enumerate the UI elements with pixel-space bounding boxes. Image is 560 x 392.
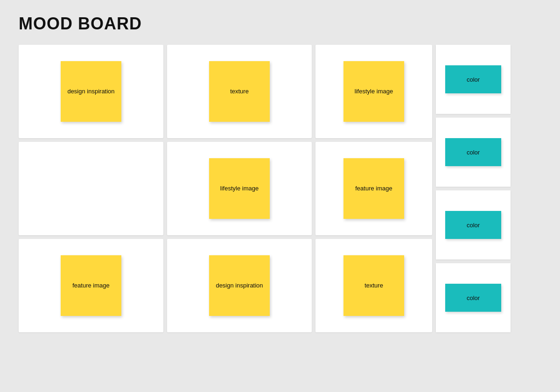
color-swatch-cell-1: color	[436, 45, 511, 114]
sticky-texture-1[interactable]: texture	[209, 61, 270, 122]
page: MOOD BOARD design inspiration texture li…	[0, 0, 560, 346]
sticky-feature-image-1[interactable]: feature image	[343, 158, 404, 219]
cell-r1c2: texture	[167, 45, 312, 138]
color-swatch-cell-2: color	[436, 118, 511, 187]
mood-board: design inspiration texture lifestyle ima…	[19, 45, 541, 332]
sticky-lifestyle-image-1[interactable]: lifestyle image	[343, 61, 404, 122]
color-column: color color color color	[436, 45, 511, 332]
cell-r1c1: design inspiration	[19, 45, 163, 138]
color-swatch-4[interactable]: color	[445, 284, 501, 312]
cell-r3c1: feature image	[19, 239, 163, 332]
sticky-design-inspiration[interactable]: design inspiration	[61, 61, 121, 122]
color-swatch-cell-4: color	[436, 263, 511, 332]
color-swatch-cell-3: color	[436, 190, 511, 259]
cell-r2c2: lifestyle image	[167, 142, 312, 235]
sticky-lifestyle-image-2[interactable]: lifestyle image	[209, 158, 270, 219]
sticky-texture-2[interactable]: texture	[343, 255, 404, 316]
cell-r3c2: design inspiration	[167, 239, 312, 332]
sticky-feature-image-2[interactable]: feature image	[61, 255, 121, 316]
page-title: MOOD BOARD	[19, 14, 541, 34]
color-swatch-2[interactable]: color	[445, 138, 501, 166]
sticky-design-inspiration-2[interactable]: design inspiration	[209, 255, 270, 316]
color-swatch-1[interactable]: color	[445, 65, 501, 93]
cell-r1c3: lifestyle image	[315, 45, 432, 138]
cell-r2c1	[19, 142, 163, 235]
cell-r3c3: texture	[315, 239, 432, 332]
cell-r2c3: feature image	[315, 142, 432, 235]
color-swatch-3[interactable]: color	[445, 211, 501, 239]
